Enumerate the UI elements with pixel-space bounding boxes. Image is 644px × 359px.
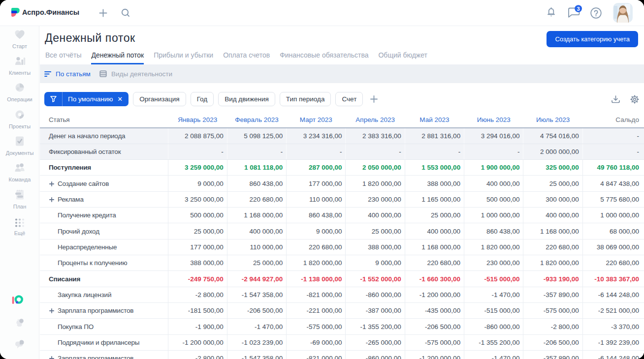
svg-text:3: 3 [577, 6, 580, 12]
